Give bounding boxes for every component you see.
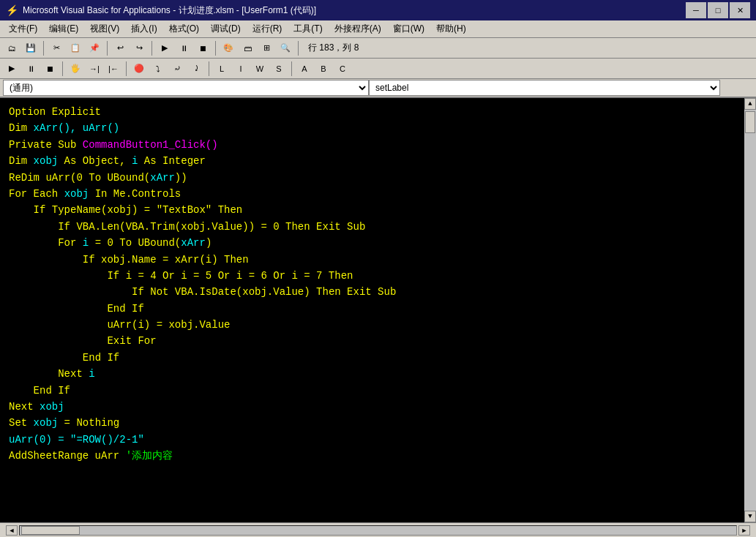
toolbar2-btn-locals[interactable]: L (213, 61, 231, 77)
toolbar2-btn-b[interactable]: B (315, 61, 332, 77)
code-line-16: End If (9, 350, 747, 366)
separator-t2-4 (291, 61, 292, 76)
toolbar2-btn-imm[interactable]: I (232, 61, 250, 77)
code-line-10: If xobj.Name = xArr(i) Then (9, 252, 747, 268)
scroll-up-btn[interactable]: ▲ (744, 98, 756, 110)
code-line-11: If i = 4 Or i = 5 Or i = 6 Or i = 7 Then (9, 268, 747, 284)
window-title: Microsoft Visual Basic for Applications … (23, 4, 316, 17)
menu-edit[interactable]: 编辑(E) (43, 21, 84, 37)
toolbar-btn-break[interactable]: ⏸ (175, 40, 192, 56)
status-bar: ◄ ► (0, 522, 756, 537)
maximize-button[interactable]: □ (708, 2, 728, 18)
toolbar-btn-copy[interactable]: 📋 (67, 40, 84, 56)
code-line-12: If Not VBA.IsDate(xobj.Value) Then Exit … (9, 284, 747, 300)
toolbar2-btn-toggle-bp[interactable]: 🔴 (130, 61, 148, 77)
toolbar-btn-cut[interactable]: ✂ (48, 40, 65, 56)
scroll-thumb[interactable] (745, 111, 755, 133)
toolbar-2: ▶ ⏸ ⏹ 🖐 →| |← 🔴 ⤵ ⤾ ⤸ L I W S A B C (0, 59, 756, 79)
separator-1 (43, 41, 44, 56)
toolbar2-btn-stk[interactable]: S (270, 61, 288, 77)
title-bar: ⚡ Microsoft Visual Basic for Application… (0, 0, 756, 20)
horizontal-scrollbar: ◄ ► (6, 525, 750, 536)
separator-5 (298, 41, 299, 56)
toolbar-btn-projectexp[interactable]: 🗃 (239, 40, 256, 56)
toolbar2-btn-step-out[interactable]: ⤸ (187, 61, 205, 77)
code-line-22: AddSheetRange uArr '添加内容 (9, 448, 747, 464)
separator-2 (107, 41, 108, 56)
code-area[interactable]: Option Explicit Dim xArr(), uArr() Priva… (0, 98, 756, 522)
toolbar2-btn-step-into[interactable]: ⤵ (149, 61, 167, 77)
h-scroll-track (19, 525, 737, 536)
code-line-19: Next xobj (9, 399, 747, 415)
toolbar-btn-redo[interactable]: ↪ (130, 40, 148, 56)
separator-4 (215, 41, 216, 56)
menu-file[interactable]: 文件(F) (3, 21, 43, 37)
toolbar2-btn-indent[interactable]: →| (86, 61, 103, 77)
menu-view[interactable]: 视图(V) (84, 21, 125, 37)
h-scroll-thumb[interactable] (21, 526, 80, 535)
vertical-scrollbar[interactable]: ▲ ▼ (744, 98, 756, 522)
app-icon: ⚡ (6, 4, 18, 16)
code-line-13: End If (9, 301, 747, 317)
toolbar-btn-2[interactable]: 💾 (22, 40, 40, 56)
code-line-3: Private Sub CommandButton1_Click() (9, 137, 747, 153)
toolbar2-btn-3[interactable]: ⏹ (41, 61, 59, 77)
menu-addins[interactable]: 外接程序(A) (329, 21, 387, 37)
scroll-down-btn[interactable]: ▼ (744, 511, 756, 522)
close-button[interactable]: ✕ (730, 2, 750, 18)
code-line-1: Option Explicit (9, 104, 747, 120)
code-line-15: Exit For (9, 333, 747, 349)
dropdowns-row: (通用) setLabel (0, 79, 756, 98)
menu-window[interactable]: 窗口(W) (387, 21, 430, 37)
toolbar-btn-designer[interactable]: 🎨 (220, 40, 237, 56)
code-line-14: uArr(i) = xobj.Value (9, 317, 747, 333)
menu-debug[interactable]: 调试(D) (205, 21, 247, 37)
menu-help[interactable]: 帮助(H) (430, 21, 472, 37)
toolbar2-btn-2[interactable]: ⏸ (22, 61, 40, 77)
separator-t2-1 (62, 61, 63, 76)
separator-3 (151, 41, 152, 56)
separator-t2-3 (209, 61, 209, 76)
code-line-21: uArr(0) = "=ROW()/2-1" (9, 432, 747, 448)
toolbar-btn-propwin[interactable]: ⊞ (258, 40, 275, 56)
window-controls: ─ □ ✕ (686, 2, 750, 18)
proc-dropdown[interactable]: setLabel (369, 80, 720, 96)
toolbar-1: 🗂 💾 ✂ 📋 📌 ↩ ↪ ▶ ⏸ ⏹ 🎨 🗃 ⊞ 🔍 行 183，列 8 (0, 38, 756, 59)
editor-container: Option Explicit Dim xArr(), uArr() Priva… (0, 98, 756, 522)
toolbar2-btn-watch[interactable]: W (251, 61, 269, 77)
menu-format[interactable]: 格式(O) (163, 21, 205, 37)
code-line-7: If TypeName(xobj) = "TextBox" Then (9, 202, 747, 218)
toolbar2-btn-c[interactable]: C (334, 61, 351, 77)
toolbar-btn-objbrowse[interactable]: 🔍 (277, 40, 294, 56)
status-text: 行 183，列 8 (302, 42, 364, 54)
menu-insert[interactable]: 插入(I) (125, 21, 162, 37)
menu-bar: 文件(F) 编辑(E) 视图(V) 插入(I) 格式(O) 调试(D) 运行(R… (0, 20, 756, 38)
toolbar2-btn-step-over[interactable]: ⤾ (168, 61, 186, 77)
code-line-5: ReDim uArr(0 To UBound(xArr)) (9, 170, 747, 186)
toolbar-btn-undo[interactable]: ↩ (111, 40, 129, 56)
code-line-20: Set xobj = Nothing (9, 415, 747, 431)
toolbar2-btn-hand[interactable]: 🖐 (67, 61, 84, 77)
code-line-4: Dim xobj As Object, i As Integer (9, 153, 747, 169)
toolbar-btn-reset[interactable]: ⏹ (194, 40, 212, 56)
toolbar-btn-paste[interactable]: 📌 (86, 40, 103, 56)
scroll-left-btn[interactable]: ◄ (6, 525, 18, 536)
separator-t2-2 (126, 61, 127, 76)
code-line-8: If VBA.Len(VBA.Trim(xobj.Value)) = 0 The… (9, 219, 747, 235)
toolbar2-btn-outdent[interactable]: |← (105, 61, 122, 77)
menu-run[interactable]: 运行(R) (247, 21, 288, 37)
scroll-right-btn[interactable]: ► (738, 525, 750, 536)
toolbar-btn-1[interactable]: 🗂 (3, 40, 20, 56)
object-dropdown[interactable]: (通用) (3, 80, 369, 96)
menu-tools[interactable]: 工具(T) (288, 21, 328, 37)
toolbar-btn-run[interactable]: ▶ (156, 40, 173, 56)
code-line-18: End If (9, 383, 747, 399)
code-line-2: Dim xArr(), uArr() (9, 120, 747, 136)
code-line-6: For Each xobj In Me.Controls (9, 186, 747, 202)
code-line-9: For i = 0 To UBound(xArr) (9, 235, 747, 251)
toolbar2-btn-a[interactable]: A (296, 61, 313, 77)
toolbar2-btn-1[interactable]: ▶ (3, 61, 20, 77)
code-line-17: Next i (9, 366, 747, 382)
minimize-button[interactable]: ─ (686, 2, 706, 18)
